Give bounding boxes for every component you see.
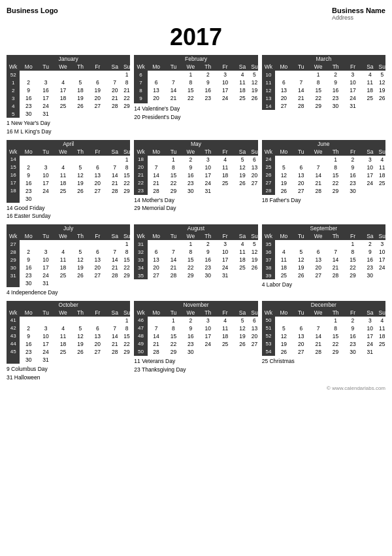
day-cell: 31 (361, 348, 378, 356)
day-cell: 8 (344, 248, 361, 256)
day-cell: 10 (361, 164, 378, 171)
col-header-mo: Mo (148, 309, 165, 317)
holidays: 4 Labor Day (262, 281, 385, 289)
day-cell: 11 (234, 78, 251, 86)
holidays: 25 Christmas (262, 357, 385, 366)
day-cell: 20 (106, 86, 123, 94)
col-header-th: Th (199, 148, 216, 156)
day-cell (106, 317, 123, 324)
col-header-tu: Tu (37, 63, 54, 71)
day-cell (89, 156, 106, 164)
day-cell: 23 (182, 179, 199, 187)
day-cell: 21 (327, 264, 344, 271)
col-header-sa: Sa (106, 63, 123, 71)
day-cell (72, 317, 89, 324)
day-cell: 3 (199, 156, 216, 164)
col-header-th: Th (72, 232, 89, 240)
day-cell: 16 (344, 171, 361, 179)
business-logo: Business Logo (7, 7, 58, 14)
table-row: 299101112131415 (7, 256, 130, 264)
col-header-sa: Sa (106, 148, 123, 156)
day-cell: 13 (251, 164, 257, 171)
month-name: August (134, 224, 257, 232)
week-number: 35 (134, 271, 147, 279)
day-cell: 17 (37, 179, 54, 187)
day-cell: 13 (89, 256, 106, 264)
day-cell: 19 (89, 86, 106, 94)
holiday-item: 9 Columbus Day (7, 365, 130, 374)
day-cell: 14 (310, 171, 327, 179)
day-cell: 10 (37, 332, 54, 340)
day-cell (379, 271, 385, 279)
week-number: 2 (7, 86, 20, 94)
col-header-su: Su (123, 148, 130, 156)
day-cell (54, 317, 71, 324)
day-cell: 7 (165, 78, 182, 86)
day-cell: 13 (275, 86, 292, 94)
col-header-mo: Mo (148, 63, 165, 71)
day-cell: 10 (199, 164, 216, 171)
col-header-we: We (182, 232, 199, 240)
day-cell: 14 (327, 256, 344, 264)
day-cell: 17 (54, 86, 71, 94)
day-cell: 15 (123, 332, 130, 340)
table-row: 4814151617181920 (134, 332, 257, 340)
day-cell: 12 (275, 332, 292, 340)
month-april: AprilWkMoTuWeThFrSaSu1411523456781691011… (7, 140, 130, 221)
col-header-fr: Fr (216, 63, 233, 71)
col-header-we: We (54, 232, 71, 240)
day-cell: 15 (123, 171, 130, 179)
week-number: 4 (7, 102, 20, 110)
business-address: Address (332, 14, 385, 21)
holidays: 14 Good Friday16 Easter Sunday (7, 204, 130, 221)
day-cell: 18 (54, 340, 71, 348)
day-cell (123, 195, 130, 203)
col-header-sa: Sa (234, 232, 251, 240)
day-cell: 28 (148, 348, 165, 356)
col-header-wk: Wk (7, 232, 20, 240)
col-header-fr: Fr (216, 309, 233, 317)
week-number: 32 (134, 248, 147, 256)
day-cell: 19 (251, 256, 257, 264)
day-cell: 10 (379, 248, 385, 256)
day-cell: 5 (251, 240, 257, 248)
day-cell: 8 (327, 164, 344, 171)
day-cell: 7 (106, 164, 123, 171)
day-cell (379, 102, 385, 110)
day-cell (379, 348, 385, 356)
week-number: 24 (262, 156, 275, 164)
day-cell: 4 (216, 317, 233, 324)
day-cell: 29 (182, 271, 199, 279)
day-cell (89, 110, 106, 118)
week-number: 5 (7, 110, 20, 118)
col-header-wk: Wk (134, 232, 147, 240)
day-cell: 10 (37, 171, 54, 179)
day-cell: 27 (89, 271, 106, 279)
day-cell: 5 (293, 248, 310, 256)
day-cell: 25 (54, 348, 71, 356)
table-row: 813141516171819 (134, 86, 257, 94)
week-number: 18 (134, 156, 147, 164)
day-cell: 16 (199, 256, 216, 264)
day-cell: 1 (165, 156, 182, 164)
day-cell: 1 (123, 317, 130, 324)
holiday-item: 20 President's Day (134, 113, 257, 122)
table-row: 612345 (134, 71, 257, 78)
day-cell: 29 (327, 348, 344, 356)
day-cell (165, 102, 182, 103)
day-cell: 24 (37, 187, 54, 195)
day-cell: 4 (234, 71, 251, 78)
holidays: 1 New Year's Day16 M L King's Day (7, 119, 130, 136)
table-row: 5319202122232425 (262, 340, 385, 348)
day-cell (199, 348, 216, 356)
day-cell: 29 (123, 348, 130, 356)
day-cell (275, 317, 292, 324)
day-cell: 29 (344, 271, 361, 279)
day-cell: 30 (182, 187, 199, 195)
day-cell: 8 (123, 248, 130, 256)
day-cell (72, 195, 89, 203)
day-cell: 24 (37, 271, 54, 279)
table-row: 30 (7, 195, 130, 203)
day-cell (106, 356, 123, 364)
day-cell: 6 (148, 248, 165, 256)
